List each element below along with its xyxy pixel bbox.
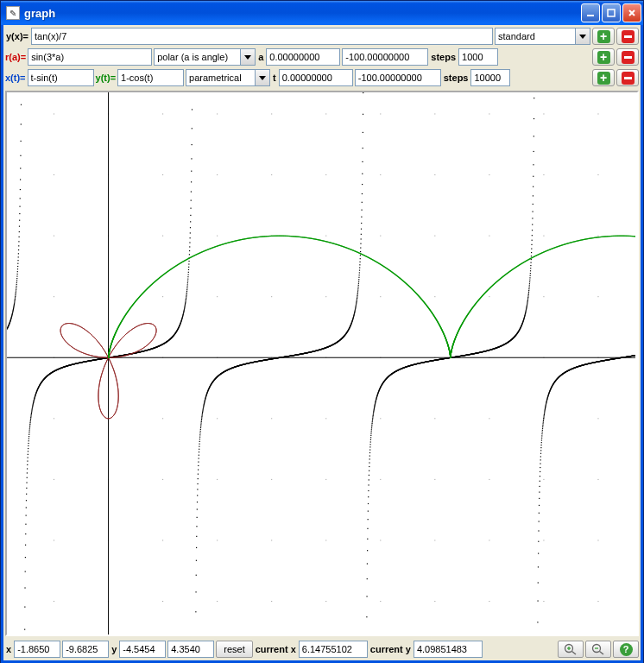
yx-expr-input[interactable] <box>31 28 493 45</box>
row-parametric: x(t)= y(t)= t steps + <box>5 68 639 87</box>
current-x-value[interactable] <box>299 641 368 658</box>
y-to-input[interactable] <box>167 641 214 658</box>
ra-expr-input[interactable] <box>28 48 152 66</box>
row3-mode-value[interactable] <box>186 69 255 86</box>
current-y-value[interactable] <box>414 641 483 658</box>
a-to-input[interactable] <box>342 48 428 66</box>
row3-mode-select[interactable] <box>186 69 270 86</box>
maximize-button[interactable] <box>602 3 621 22</box>
row-standard: y(x)= + <box>5 27 639 46</box>
ra-label: r(a)= <box>5 52 26 62</box>
yx-label: y(x)= <box>5 31 29 41</box>
minus-icon <box>622 30 635 43</box>
reset-label: reset <box>224 644 244 654</box>
svg-rect-0 <box>587 15 594 16</box>
x-to-input[interactable] <box>62 641 109 658</box>
yt-expr-input[interactable] <box>117 69 184 86</box>
svg-line-7 <box>600 652 604 655</box>
row2-steps-input[interactable] <box>458 48 498 66</box>
y-from-input[interactable] <box>119 641 166 658</box>
svg-line-3 <box>572 652 577 655</box>
close-button[interactable] <box>622 3 641 22</box>
chevron-down-icon[interactable] <box>255 69 270 86</box>
app-icon: ✎ <box>6 6 20 20</box>
xt-label: x(t)= <box>5 73 26 83</box>
window-title: graph <box>24 7 581 20</box>
plus-icon: + <box>597 72 610 85</box>
row2-mode-value[interactable] <box>154 48 240 66</box>
steps-label: steps <box>443 73 470 83</box>
row1-remove-button[interactable] <box>616 28 639 45</box>
equation-rows: y(x)= + r(a)= <box>3 25 641 89</box>
chevron-down-icon[interactable] <box>240 48 256 66</box>
footer: x y reset current x current y <box>3 638 641 660</box>
row3-steps-input[interactable] <box>470 69 510 86</box>
row3-add-button[interactable]: + <box>592 69 615 86</box>
plot-canvas[interactable] <box>7 92 635 635</box>
reset-button[interactable]: reset <box>216 641 252 658</box>
a-from-input[interactable] <box>266 48 340 66</box>
a-label: a <box>257 52 264 62</box>
window-buttons <box>581 3 641 22</box>
row1-add-button[interactable]: + <box>592 28 615 45</box>
plus-icon: + <box>597 51 610 64</box>
plus-icon: + <box>597 30 610 43</box>
t-label: t <box>272 73 277 83</box>
minimize-button[interactable] <box>581 3 600 22</box>
steps-label: steps <box>430 52 457 62</box>
row1-mode-select[interactable] <box>495 28 590 45</box>
chevron-down-icon[interactable] <box>575 28 590 45</box>
row3-remove-button[interactable] <box>616 69 639 86</box>
xt-expr-input[interactable] <box>28 69 94 86</box>
zoom-out-button[interactable] <box>585 641 611 658</box>
row2-remove-button[interactable] <box>616 48 639 66</box>
help-button[interactable]: ? <box>613 641 639 658</box>
titlebar[interactable]: ✎ graph <box>1 1 643 25</box>
yt-label: y(t)= <box>96 73 117 83</box>
content: y(x)= + r(a)= <box>1 25 643 663</box>
magnifier-plus-icon <box>564 643 578 655</box>
row2-add-button[interactable]: + <box>592 48 615 66</box>
t-to-input[interactable] <box>355 69 441 86</box>
minus-icon <box>622 51 635 64</box>
footer-y-label: y <box>110 644 117 654</box>
zoom-in-button[interactable] <box>558 641 584 658</box>
plot-area[interactable] <box>5 91 639 636</box>
magnifier-minus-icon <box>591 643 605 655</box>
row1-mode-value[interactable] <box>495 28 575 45</box>
svg-rect-1 <box>608 9 615 16</box>
current-x-label: current x <box>255 644 297 654</box>
minus-icon <box>622 72 635 85</box>
app-window: ✎ graph y(x)= <box>0 0 644 663</box>
row-polar: r(a)= a steps + <box>5 47 639 66</box>
footer-x-label: x <box>5 644 12 654</box>
help-icon: ? <box>620 643 633 656</box>
current-y-label: current y <box>369 644 412 654</box>
t-from-input[interactable] <box>279 69 353 86</box>
row2-mode-select[interactable] <box>154 48 256 66</box>
x-from-input[interactable] <box>14 641 60 658</box>
